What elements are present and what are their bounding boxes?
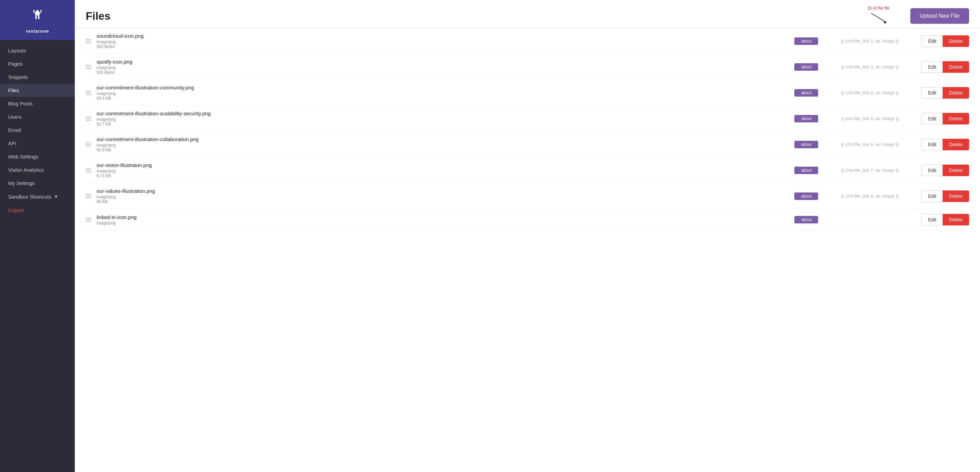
sidebar-nav: Layouts Pages Snippets Files Blog Posts …	[0, 40, 75, 472]
file-info: our-commitment-illustration-collaboratio…	[97, 137, 790, 153]
file-tag: about	[794, 141, 818, 148]
file-info: soundcloud-icon.png image/png560 Bytes	[97, 33, 790, 49]
table-row: spotify-icon.png image/png525 Bytes abou…	[86, 54, 969, 80]
edit-button[interactable]: Edit	[921, 113, 942, 124]
logo-icon	[27, 6, 48, 27]
sidebar-item-pages[interactable]: Pages	[0, 57, 75, 70]
table-row: our-commitment-illustration-collaboratio…	[86, 132, 969, 157]
sidebar-item-files[interactable]: Files	[0, 84, 75, 97]
delete-button[interactable]: Delete	[943, 113, 969, 124]
sidebar-item-logout[interactable]: Logout	[0, 203, 75, 217]
delete-button[interactable]: Delete	[943, 87, 969, 99]
file-actions: Edit Delete	[921, 214, 969, 226]
sidebar-item-web-settings[interactable]: Web Settings	[0, 150, 75, 163]
drag-handle-icon[interactable]	[86, 39, 92, 43]
edit-button[interactable]: Edit	[921, 61, 942, 73]
sidebar-item-api[interactable]: API	[0, 137, 75, 150]
drag-handle-icon[interactable]	[86, 143, 92, 146]
table-row: our-commitment-illustration-scalability-…	[86, 106, 969, 132]
file-actions: Edit Delete	[921, 165, 969, 176]
drag-handle-icon[interactable]	[86, 218, 92, 222]
upload-new-file-button[interactable]: Upload New File	[910, 8, 969, 24]
annotation-container: ID of the file	[864, 5, 892, 25]
file-link-code: {{ cms:file_link 3, as: image }}	[822, 64, 918, 69]
file-link-code: {{ cms:file_link 4, as: image }}	[822, 90, 918, 95]
annotation-arrow	[864, 11, 892, 25]
file-tag: about	[794, 63, 818, 71]
file-actions: Edit Delete	[921, 61, 969, 73]
chevron-down-icon: ▾	[55, 194, 57, 200]
edit-button[interactable]: Edit	[921, 139, 942, 150]
logo-text: restarone	[26, 29, 49, 34]
delete-button[interactable]: Delete	[943, 214, 969, 226]
drag-handle-icon[interactable]	[86, 194, 92, 198]
delete-button[interactable]: Delete	[943, 165, 969, 176]
file-link-code: {{ cms:file_link 8, as: image }}	[822, 194, 918, 199]
file-name: soundcloud-icon.png	[97, 33, 790, 39]
file-tag: about	[794, 216, 818, 223]
file-info: our-commitment-illustration-scalability-…	[97, 111, 790, 127]
delete-button[interactable]: Delete	[943, 139, 969, 150]
sidebar-item-layouts[interactable]: Layouts	[0, 44, 75, 57]
sidebar-logo: restarone	[0, 0, 75, 40]
main-header: Files ID of the file Upload New File	[75, 0, 980, 28]
sidebar-item-my-settings[interactable]: My Settings	[0, 176, 75, 190]
table-row: our-values-illustration.png image/png96 …	[86, 183, 969, 209]
file-name: our-commitment-illustration-collaboratio…	[97, 137, 790, 142]
file-info: our-commitment-illustration-community.pn…	[97, 85, 790, 101]
delete-button[interactable]: Delete	[943, 61, 969, 73]
file-name: our-commitment-illustration-community.pn…	[97, 85, 790, 91]
edit-button[interactable]: Edit	[921, 87, 942, 99]
svg-line-1	[871, 13, 886, 22]
file-tag: about	[794, 37, 818, 45]
file-tag: about	[794, 192, 818, 200]
drag-handle-icon[interactable]	[86, 65, 92, 69]
sidebar-item-blog-posts[interactable]: Blog Posts	[0, 97, 75, 110]
delete-button[interactable]: Delete	[943, 35, 969, 47]
file-name: our-vision-illustraion.png	[97, 162, 790, 168]
file-tag: about	[794, 89, 818, 97]
file-name: spotify-icon.png	[97, 59, 790, 65]
file-tag: about	[794, 167, 818, 174]
file-name: our-values-illustration.png	[97, 188, 790, 194]
drag-handle-icon[interactable]	[86, 168, 92, 172]
svg-rect-0	[27, 6, 48, 27]
sidebar-item-users[interactable]: Users	[0, 110, 75, 124]
svg-marker-2	[883, 21, 886, 24]
sidebar-item-email[interactable]: Email	[0, 124, 75, 137]
file-tag: about	[794, 115, 818, 122]
file-info: our-vision-illustraion.png image/png8.74…	[97, 162, 790, 178]
annotation-label: ID of the file	[868, 6, 889, 11]
files-list: soundcloud-icon.png image/png560 Bytes a…	[75, 28, 980, 472]
file-actions: Edit Delete	[921, 35, 969, 47]
file-actions: Edit Delete	[921, 139, 969, 150]
edit-button[interactable]: Edit	[921, 214, 942, 226]
edit-button[interactable]: Edit	[921, 191, 942, 202]
file-meta: image/png52.7 KB	[97, 117, 790, 127]
main-content: Files ID of the file Upload New File sou…	[75, 0, 980, 472]
sidebar: restarone Layouts Pages Snippets Files B…	[0, 0, 75, 472]
delete-button[interactable]: Delete	[943, 191, 969, 202]
edit-button[interactable]: Edit	[921, 165, 942, 176]
sidebar-item-sandbox-shortcuts[interactable]: Sandbox Shortcuts ▾	[0, 190, 75, 203]
page-title: Files	[86, 10, 110, 22]
file-info: our-values-illustration.png image/png96 …	[97, 188, 790, 204]
file-link-code: {{ cms:file_link 5, as: image }}	[822, 116, 918, 121]
drag-handle-icon[interactable]	[86, 91, 92, 95]
file-meta: image/png8.74 KB	[97, 168, 790, 178]
table-row: linked-in-icon.png image/png about Edit …	[86, 209, 969, 230]
file-link-code: {{ cms:file_link 2, as: image }}	[822, 38, 918, 43]
file-info: linked-in-icon.png image/png	[97, 214, 790, 226]
file-meta: image/png66.9 KB	[97, 143, 790, 153]
file-meta: image/png96 KB	[97, 194, 790, 204]
file-meta: image/png525 Bytes	[97, 65, 790, 75]
file-name: linked-in-icon.png	[97, 214, 790, 220]
drag-handle-icon[interactable]	[86, 117, 92, 121]
file-info: spotify-icon.png image/png525 Bytes	[97, 59, 790, 75]
file-actions: Edit Delete	[921, 191, 969, 202]
file-meta: image/png54.4 KB	[97, 91, 790, 101]
sidebar-item-visitor-analytics[interactable]: Visitor Analytics	[0, 163, 75, 176]
file-actions: Edit Delete	[921, 113, 969, 124]
edit-button[interactable]: Edit	[921, 35, 942, 47]
sidebar-item-snippets[interactable]: Snippets	[0, 70, 75, 84]
